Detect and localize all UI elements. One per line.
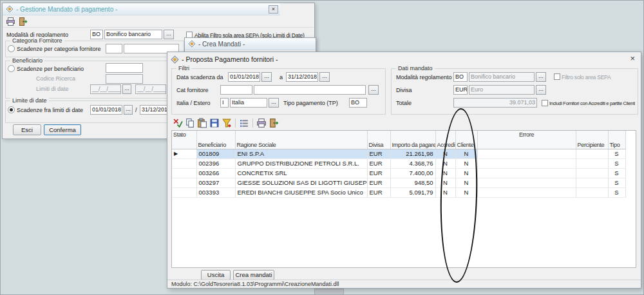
- column-header-cliente[interactable]: Cliente: [455, 131, 477, 149]
- cell-divisa[interactable]: EUR: [367, 158, 390, 168]
- filter-icon[interactable]: [222, 118, 232, 128]
- cell-importo[interactable]: 21.261,98: [390, 149, 435, 158]
- cell-percipiente[interactable]: [576, 158, 608, 168]
- cell-divisa[interactable]: EUR: [367, 187, 390, 197]
- titlebar-crea-mandati[interactable]: - Crea Mandati -: [185, 38, 316, 50]
- validate-icon[interactable]: [173, 118, 183, 128]
- table-row[interactable]: 003393 EREDI BIANCHI GIUSEPPE SPA Socio …: [172, 187, 625, 197]
- limiti-date-to-field[interactable]: __/__/____: [135, 84, 166, 94]
- uscita-button[interactable]: Uscita: [201, 270, 231, 280]
- limiti-date-from-lookup-button[interactable]: ...: [122, 84, 131, 94]
- print-icon[interactable]: [6, 17, 16, 27]
- cell-cliente[interactable]: N: [455, 168, 477, 178]
- cell-beneficiario[interactable]: 003297: [196, 178, 235, 187]
- cell-importo[interactable]: 4.368,76: [390, 158, 435, 168]
- modalita-desc-field[interactable]: Bonifico bancario: [104, 30, 162, 39]
- modalita-code-field[interactable]: BO: [453, 72, 468, 82]
- column-header-divisa[interactable]: Divisa: [367, 131, 390, 149]
- paste-icon[interactable]: [197, 118, 207, 128]
- cat-fornitore-code-field[interactable]: [220, 85, 252, 95]
- includi-fornitori-checkbox[interactable]: [542, 100, 548, 106]
- cell-tipo[interactable]: S: [608, 168, 625, 178]
- cell-errore[interactable]: [477, 158, 576, 168]
- cell-ragione-sociale[interactable]: CONCRETIX SRL: [235, 168, 367, 178]
- print-icon[interactable]: [256, 118, 267, 128]
- save-icon[interactable]: [209, 118, 220, 128]
- column-header-percipiente[interactable]: Percipiente: [576, 131, 608, 149]
- cell-beneficiario[interactable]: 002396: [196, 158, 235, 168]
- copy-icon[interactable]: [185, 118, 195, 128]
- column-header-errore[interactable]: Errore: [477, 131, 576, 149]
- limiti-date-from-field[interactable]: __/__/____: [90, 84, 121, 94]
- column-header-tipo[interactable]: Tipo: [608, 131, 625, 149]
- beneficiario-code-field[interactable]: [106, 63, 143, 73]
- modalita-code-field[interactable]: BO: [90, 30, 103, 39]
- italia-code-field[interactable]: I: [220, 98, 229, 108]
- cell-tipo[interactable]: S: [608, 178, 625, 187]
- column-header-accrediti[interactable]: Accrediti: [435, 131, 455, 149]
- limite-date-from-lookup-button[interactable]: ...: [124, 105, 133, 115]
- titlebar-gestione[interactable]: - Gestione Mandato di pagamento - ×: [3, 3, 280, 15]
- data-scadenza-a-field[interactable]: 31/12/2018: [286, 72, 318, 82]
- column-header-ragione-sociale[interactable]: Ragione Sociale: [235, 131, 367, 149]
- scadenze-beneficiario-radio[interactable]: [8, 65, 15, 72]
- esci-button[interactable]: Esci: [13, 124, 41, 135]
- modalita-lookup-button[interactable]: ...: [164, 30, 174, 39]
- categoria-code-field[interactable]: [106, 44, 122, 53]
- scadenze-categoria-radio[interactable]: [8, 45, 15, 52]
- column-header-importo[interactable]: Importo da pagare: [390, 131, 435, 149]
- cell-errore[interactable]: [477, 187, 576, 197]
- cat-fornitore-lookup-button[interactable]: ...: [368, 85, 379, 95]
- scadenze-fra-limiti-radio[interactable]: [8, 106, 15, 113]
- tipo-pagamento-field[interactable]: BO: [349, 98, 367, 108]
- data-scadenza-da-field[interactable]: 01/01/2018: [228, 72, 260, 82]
- data-scadenza-da-lookup-button[interactable]: ...: [261, 72, 272, 82]
- cell-accrediti[interactable]: N: [435, 149, 455, 158]
- table-row[interactable]: 002396 GRUPPO DISTRIBUZIONE PETROLI S.R.…: [172, 158, 625, 168]
- data-scadenza-a-lookup-button[interactable]: ...: [319, 72, 330, 82]
- close-icon[interactable]: ×: [630, 53, 635, 63]
- titlebar-proposta[interactable]: - Proposta Pagamento fornitori - ×: [167, 52, 641, 66]
- divisa-desc-field[interactable]: Euro: [469, 85, 535, 95]
- filtro-sepa-checkbox[interactable]: [554, 73, 560, 80]
- cell-tipo[interactable]: S: [608, 158, 625, 168]
- cell-errore[interactable]: [477, 178, 576, 187]
- cell-ragione-sociale[interactable]: ENI S.P.A: [235, 149, 367, 158]
- cell-ragione-sociale[interactable]: GRUPPO DISTRIBUZIONE PETROLI S.R.L.: [235, 158, 367, 168]
- limite-date-from-field[interactable]: 01/01/2018: [90, 105, 122, 115]
- cell-percipiente[interactable]: [576, 149, 608, 158]
- column-header-beneficiario[interactable]: Beneficiario: [196, 131, 235, 149]
- table-row[interactable]: ▶ 001809 ENI S.P.A EUR 21.261,98 N N S: [172, 149, 625, 158]
- cell-ragione-sociale[interactable]: GIESSE SOLUZIONI SAS DI LIGOTTI GIUSEPPE: [235, 178, 367, 187]
- table-row[interactable]: 003297 GIESSE SOLUZIONI SAS DI LIGOTTI G…: [172, 178, 625, 187]
- table-row[interactable]: 003266 CONCRETIX SRL EUR 7.400,00 N N S: [172, 168, 625, 178]
- cell-cliente[interactable]: N: [455, 178, 477, 187]
- cat-fornitore-desc-field[interactable]: [254, 85, 366, 95]
- modalita-lookup-button[interactable]: ...: [536, 72, 546, 82]
- crea-mandati-button[interactable]: Crea mandati: [233, 270, 274, 280]
- cell-cliente[interactable]: N: [455, 187, 477, 197]
- exit-icon[interactable]: [269, 118, 279, 128]
- cell-percipiente[interactable]: [576, 187, 608, 197]
- close-icon[interactable]: ×: [269, 5, 278, 14]
- codice-ricerca-field[interactable]: [106, 74, 143, 84]
- modalita-desc-field[interactable]: Bonifico bancario: [469, 72, 535, 82]
- cell-divisa[interactable]: EUR: [367, 168, 390, 178]
- cell-tipo[interactable]: S: [608, 149, 625, 158]
- cell-divisa[interactable]: EUR: [367, 149, 390, 158]
- cell-accrediti[interactable]: N: [435, 168, 455, 178]
- cell-errore[interactable]: [477, 149, 576, 158]
- conferma-button[interactable]: Conferma: [44, 124, 81, 135]
- italia-desc-field[interactable]: Italia: [230, 98, 267, 108]
- cell-divisa[interactable]: EUR: [367, 178, 390, 187]
- cell-ragione-sociale[interactable]: EREDI BIANCHI GIUSEPPE SPA Socio Unico: [235, 187, 367, 197]
- cell-beneficiario[interactable]: 003266: [196, 168, 235, 178]
- cell-percipiente[interactable]: [576, 178, 608, 187]
- cell-beneficiario[interactable]: 001809: [196, 149, 235, 158]
- italia-estero-lookup-button[interactable]: ...: [269, 98, 279, 108]
- cell-importo[interactable]: 7.400,00: [390, 168, 435, 178]
- cell-cliente[interactable]: N: [455, 158, 477, 168]
- cell-accrediti[interactable]: N: [435, 178, 455, 187]
- cell-errore[interactable]: [477, 168, 576, 178]
- cell-accrediti[interactable]: N: [435, 187, 455, 197]
